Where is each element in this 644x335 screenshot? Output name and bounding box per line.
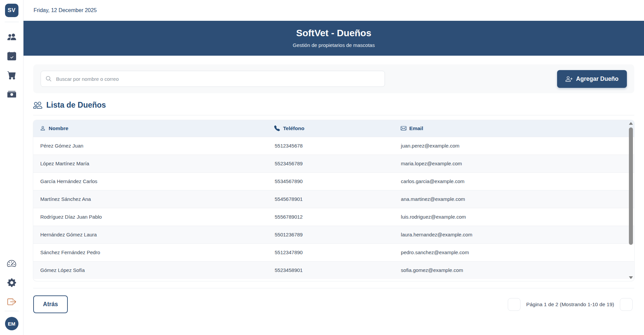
cell-phone: 5523456789 — [267, 155, 394, 172]
owners-table-body: Pérez Gómez Juan 5512345678 juan.perez@e… — [33, 137, 634, 279]
user-avatar[interactable]: EM — [5, 317, 18, 330]
cell-phone: 5545678901 — [267, 190, 394, 208]
cash-icon[interactable] — [7, 90, 16, 99]
cell-email: luis.rodriguez@example.com — [394, 208, 634, 226]
pagination-next-button[interactable] — [620, 298, 633, 311]
main-area: Friday, 12 December 2025 SoftVet - Dueño… — [23, 0, 644, 335]
scroll-up-arrow-icon[interactable] — [629, 122, 633, 125]
list-heading-label: Lista de Dueños — [46, 101, 106, 110]
cell-phone: 5501236789 — [267, 226, 394, 243]
topbar: Friday, 12 December 2025 — [23, 0, 644, 21]
table-row[interactable]: Sánchez Fernández Pedro 5512347890 pedro… — [33, 243, 634, 261]
calendar-check-icon[interactable] — [7, 52, 16, 60]
cell-name: Rodríguez Díaz Juan Pablo — [33, 208, 267, 226]
sidebar-divider — [5, 22, 19, 22]
footer: Atrás Página 1 de 2 (Mostrando 1-10 de 1… — [33, 295, 634, 313]
column-header-name: Nombre — [33, 120, 267, 137]
users-icon[interactable] — [7, 33, 16, 41]
cell-name: Gómez López Sofía — [33, 261, 267, 279]
table-row[interactable]: Hernández Gómez Laura 5501236789 laura.h… — [33, 226, 634, 243]
cell-name: Pérez Gómez Juan — [33, 137, 267, 155]
column-header-email: Email — [394, 120, 634, 137]
envelope-icon — [401, 125, 406, 131]
table-row[interactable]: Rodríguez Díaz Juan Pablo 5556789012 lui… — [33, 208, 634, 226]
owners-table-container: Nombre Teléfono Email — [33, 120, 634, 281]
search-box[interactable] — [41, 71, 385, 87]
column-label-name: Nombre — [49, 125, 68, 131]
cell-name: Sánchez Fernández Pedro — [33, 243, 267, 261]
column-header-phone: Teléfono — [267, 120, 394, 137]
pagination-label: Página 1 de 2 (Mostrando 1-10 de 19) — [526, 301, 614, 308]
scroll-down-arrow-icon[interactable] — [629, 276, 633, 279]
cell-phone: 5534567890 — [267, 172, 394, 190]
dashboard-icon[interactable] — [7, 259, 16, 268]
logout-icon[interactable] — [7, 297, 16, 306]
person-icon — [40, 125, 46, 131]
app-logo[interactable]: SV — [5, 4, 18, 17]
page-subtitle: Gestión de propietarios de mascotas — [23, 42, 644, 48]
toolbar: Agregar Dueño — [33, 64, 634, 93]
page-title: SoftVet - Dueños — [23, 28, 644, 39]
table-scrollbar[interactable] — [629, 121, 633, 280]
person-plus-icon — [565, 75, 573, 82]
pagination-prev-button[interactable] — [508, 298, 521, 311]
cell-phone: 5512345678 — [267, 137, 394, 155]
table-header-row: Nombre Teléfono Email — [33, 120, 634, 137]
settings-icon[interactable] — [7, 278, 16, 287]
phone-icon — [274, 125, 280, 131]
cell-email: sofia.gomez@example.com — [394, 261, 634, 279]
people-icon — [33, 101, 42, 110]
cell-email: pedro.sanchez@example.com — [394, 243, 634, 261]
page-header: SoftVet - Dueños Gestión de propietarios… — [23, 21, 644, 56]
list-heading: Lista de Dueños — [33, 101, 634, 115]
cell-email: juan.perez@example.com — [394, 137, 634, 155]
sidebar: SV EM — [0, 0, 23, 335]
cell-phone: 5556789012 — [267, 208, 394, 226]
table-row[interactable]: Martínez Sánchez Ana 5545678901 ana.mart… — [33, 190, 634, 208]
search-icon — [46, 76, 52, 82]
back-button[interactable]: Atrás — [33, 295, 68, 313]
scrollbar-thumb[interactable] — [629, 127, 633, 245]
cell-name: Hernández Gómez Laura — [33, 226, 267, 243]
column-label-email: Email — [409, 125, 423, 131]
cell-phone: 5523458901 — [267, 261, 394, 279]
table-row[interactable]: Pérez Gómez Juan 5512345678 juan.perez@e… — [33, 137, 634, 155]
table-row[interactable]: Gómez López Sofía 5523458901 sofia.gomez… — [33, 261, 634, 279]
owners-table: Nombre Teléfono Email — [33, 120, 634, 279]
add-owner-button[interactable]: Agregar Dueño — [557, 70, 627, 88]
footer-divider — [33, 288, 634, 288]
search-input[interactable] — [55, 76, 380, 82]
cell-name: García Hernández Carlos — [33, 172, 267, 190]
table-row[interactable]: García Hernández Carlos 5534567890 carlo… — [33, 172, 634, 190]
cell-email: laura.hernandez@example.com — [394, 226, 634, 243]
table-row[interactable]: López Martínez María 5523456789 maria.lo… — [33, 155, 634, 172]
pagination: Página 1 de 2 (Mostrando 1-10 de 19) — [508, 298, 634, 311]
cell-email: ana.martinez@example.com — [394, 190, 634, 208]
cell-email: carlos.garcia@example.com — [394, 172, 634, 190]
add-owner-label: Agregar Dueño — [576, 75, 618, 82]
content: Agregar Dueño Lista de Dueños Nombre — [23, 56, 644, 335]
cell-email: maria.lopez@example.com — [394, 155, 634, 172]
sidebar-bottom-divider — [5, 311, 19, 311]
cell-name: López Martínez María — [33, 155, 267, 172]
column-label-phone: Teléfono — [283, 125, 304, 131]
cell-phone: 5512347890 — [267, 243, 394, 261]
current-date: Friday, 12 December 2025 — [34, 7, 97, 13]
cell-name: Martínez Sánchez Ana — [33, 190, 267, 208]
cart-icon[interactable] — [7, 71, 16, 79]
